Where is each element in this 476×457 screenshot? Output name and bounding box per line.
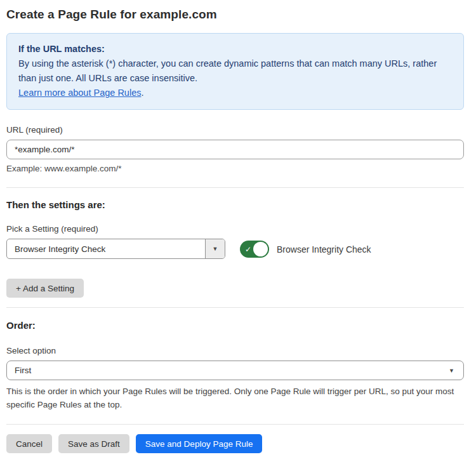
url-input[interactable]	[6, 140, 464, 159]
learn-more-link[interactable]: Learn more about Page Rules	[18, 88, 141, 98]
footer-buttons: Cancel Save as Draft Save and Deploy Pag…	[6, 434, 464, 453]
toggle-wrap: ✓ Browser Integrity Check	[240, 241, 371, 258]
setting-select-value: Browser Integrity Check	[7, 239, 205, 258]
order-help-text: This is the order in which your Page Rul…	[6, 385, 464, 411]
chevron-down-icon: ▼	[213, 246, 218, 252]
divider-settings	[6, 187, 464, 188]
pick-setting-label: Pick a Setting (required)	[6, 224, 464, 234]
save-draft-button[interactable]: Save as Draft	[58, 434, 129, 453]
browser-integrity-toggle[interactable]: ✓	[240, 241, 269, 258]
info-box-heading: If the URL matches:	[18, 42, 452, 56]
cancel-button[interactable]: Cancel	[6, 434, 52, 453]
link-suffix: .	[141, 88, 143, 98]
toggle-knob	[253, 242, 268, 256]
save-deploy-button[interactable]: Save and Deploy Page Rule	[136, 434, 263, 453]
setting-row: Browser Integrity Check ▼ ✓ Browser Inte…	[6, 239, 464, 259]
order-select-value: First	[15, 366, 31, 375]
toggle-label: Browser Integrity Check	[277, 244, 371, 255]
check-icon: ✓	[245, 245, 251, 254]
url-example-text: Example: www.example.com/*	[6, 164, 464, 173]
page-title: Create a Page Rule for example.com	[6, 8, 464, 22]
url-field-label: URL (required)	[6, 125, 464, 135]
divider-order	[6, 307, 464, 308]
url-matches-info-box: If the URL matches: By using the asteris…	[6, 33, 464, 110]
settings-section-heading: Then the settings are:	[6, 199, 464, 210]
setting-select-arrow-button[interactable]: ▼	[205, 239, 225, 258]
create-page-rule-form: Create a Page Rule for example.com If th…	[0, 0, 476, 453]
add-setting-button[interactable]: + Add a Setting	[6, 279, 84, 298]
order-section-heading: Order:	[6, 320, 464, 331]
order-select-label: Select option	[6, 346, 464, 355]
info-box-body: By using the asterisk (*) character, you…	[18, 56, 452, 86]
chevron-down-icon: ▼	[449, 368, 454, 374]
info-box-link-line: Learn more about Page Rules.	[18, 86, 452, 100]
setting-select[interactable]: Browser Integrity Check ▼	[6, 239, 225, 259]
divider-footer	[6, 424, 464, 425]
order-select[interactable]: First ▼	[6, 361, 464, 380]
